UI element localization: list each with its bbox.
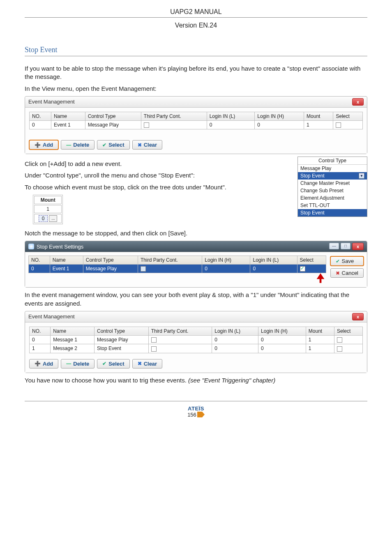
col-control-type[interactable]: Control Type (85, 112, 141, 120)
col-name[interactable]: Name (50, 256, 83, 265)
cell-control-type[interactable]: Message Play (85, 120, 141, 129)
cell-third-party[interactable] (141, 120, 207, 129)
col-login-h[interactable]: Login IN (H) (202, 256, 250, 265)
cell-select[interactable] (334, 344, 362, 353)
cell-control-type[interactable]: Stop Event (95, 344, 149, 353)
delete-button[interactable]: —Delete (61, 359, 95, 368)
dropdown-selected[interactable]: Stop Event ▼ (298, 172, 367, 180)
select-button[interactable]: ✔Select (97, 140, 129, 150)
table-row[interactable]: 0 Message 1 Message Play 0 0 1 (30, 335, 363, 344)
col-select[interactable]: Select (334, 327, 362, 335)
col-mount[interactable]: Mount (306, 327, 334, 335)
cell-login-l[interactable]: 0 (207, 120, 255, 129)
col-no[interactable]: NO. (30, 112, 51, 120)
maximize-icon[interactable]: □ (341, 243, 350, 249)
paragraph: In the event management window, you can … (25, 291, 367, 308)
paragraph: In the View menu, open the Event Managem… (25, 85, 367, 93)
paragraph-text: To choose which event must be stop, clic… (25, 184, 226, 191)
checkbox-icon[interactable] (151, 346, 157, 352)
col-name[interactable]: Name (51, 112, 85, 120)
col-third-party[interactable]: Third Party Cont. (141, 112, 207, 120)
checkbox-icon[interactable] (336, 122, 341, 128)
cell-third-party[interactable] (138, 265, 202, 273)
window-title: Stop Event Settings (37, 244, 83, 250)
col-third-party[interactable]: Third Party Cont. (138, 256, 202, 265)
dropdown-option[interactable]: Change Master Preset (298, 180, 367, 187)
event-table: NO. Name Control Type Third Party Cont. … (29, 112, 363, 129)
cell-no: 0 (30, 335, 51, 344)
ellipsis-button[interactable]: ... (49, 215, 57, 222)
table-row[interactable]: 0 Event 1 Message Play 0 0 1 (30, 120, 363, 129)
save-button[interactable]: ✔Save (330, 256, 364, 266)
chevron-down-icon[interactable]: ▼ (359, 173, 364, 179)
clear-button[interactable]: ✖Clear (132, 359, 163, 368)
col-login-l[interactable]: Login IN (L) (212, 327, 258, 335)
delete-button[interactable]: —Delete (61, 140, 95, 150)
cell-mount[interactable]: 1 (304, 120, 333, 129)
close-icon[interactable]: x (352, 98, 364, 106)
window-controls: — □ x (329, 243, 364, 250)
checkbox-icon[interactable] (151, 337, 157, 343)
table-row[interactable]: 0 Event 1 Message Play 0 0 (29, 265, 326, 273)
dropdown-option[interactable]: Stop Event (298, 209, 367, 216)
checkbox-icon[interactable] (337, 346, 342, 352)
footer: ATEÏS 156 (25, 401, 367, 418)
select-button[interactable]: ✔Select (97, 359, 129, 368)
dropdown-option[interactable]: Change Sub Preset (298, 187, 367, 194)
cell-login-h[interactable]: 0 (258, 335, 306, 344)
cell-login-h[interactable]: 0 (258, 344, 306, 353)
check-icon: ✔ (102, 361, 106, 366)
col-name[interactable]: Name (51, 327, 95, 335)
checkbox-icon[interactable] (144, 122, 149, 128)
cell-third-party[interactable] (148, 344, 212, 353)
cell-control-type[interactable]: Message Play (95, 335, 149, 344)
col-control-type[interactable]: Control Type (83, 256, 138, 265)
event-management-window: Event Management x NO. Name Control Type… (25, 96, 367, 154)
mount-value: 1 (34, 205, 62, 213)
cell-login-l[interactable]: 0 (212, 335, 258, 344)
cell-name[interactable]: Message 1 (51, 335, 95, 344)
col-select[interactable]: Select (333, 112, 363, 120)
paragraph: If you want to be able to stop the messa… (25, 64, 367, 81)
col-no[interactable]: NO. (30, 327, 51, 335)
dropdown-option[interactable]: Set TTL-OUT (298, 202, 367, 209)
checkbox-icon[interactable] (141, 266, 146, 272)
cell-name[interactable]: Event 1 (51, 120, 85, 129)
cell-login-h[interactable]: 0 (255, 120, 304, 129)
dropdown-option[interactable]: Element Adjustment (298, 194, 367, 202)
col-login-h[interactable]: Login IN (H) (258, 327, 306, 335)
cell-third-party[interactable] (148, 335, 212, 344)
cell-mount[interactable]: 1 (306, 335, 334, 344)
svg-marker-0 (197, 412, 205, 417)
col-login-l[interactable]: Login IN (L) (207, 112, 255, 120)
col-no[interactable]: NO. (29, 256, 50, 265)
col-select[interactable]: Select (297, 256, 326, 265)
col-mount[interactable]: Mount (304, 112, 333, 120)
control-type-dropdown[interactable]: Control Type Message Play Stop Event ▼ C… (297, 157, 367, 217)
cell-name[interactable]: Message 2 (51, 344, 95, 353)
add-button[interactable]: ➕Add (29, 140, 58, 150)
cell-mount[interactable]: 1 (306, 344, 334, 353)
table-row[interactable]: 1 Message 2 Stop Event 0 0 1 (30, 344, 363, 353)
cell-select[interactable] (334, 335, 362, 344)
col-third-party[interactable]: Third Party Cont. (148, 327, 212, 335)
cell-select[interactable] (297, 265, 326, 273)
col-login-h[interactable]: Login IN (H) (255, 112, 304, 120)
clear-button[interactable]: ✖Clear (132, 140, 163, 150)
arrow-up-icon (315, 272, 326, 284)
cell-login-l[interactable]: 0 (212, 344, 258, 353)
cancel-button[interactable]: ✖Cancel (330, 268, 364, 278)
close-icon[interactable]: x (352, 243, 364, 250)
button-label: Delete (73, 361, 89, 367)
checkbox-icon[interactable] (337, 337, 342, 343)
mount-input[interactable]: 0 (39, 215, 48, 222)
cell-select[interactable] (333, 120, 363, 129)
add-button[interactable]: ➕Add (29, 359, 58, 368)
paragraph: You have now to choose how you want to t… (25, 376, 367, 385)
col-login-l[interactable]: Login IN (L) (250, 256, 297, 265)
minimize-icon[interactable]: — (329, 243, 339, 249)
col-control-type[interactable]: Control Type (95, 327, 149, 335)
close-icon[interactable]: x (352, 313, 364, 320)
checkbox-icon[interactable] (300, 266, 305, 272)
footer-logo: ATEÏS (25, 405, 367, 412)
